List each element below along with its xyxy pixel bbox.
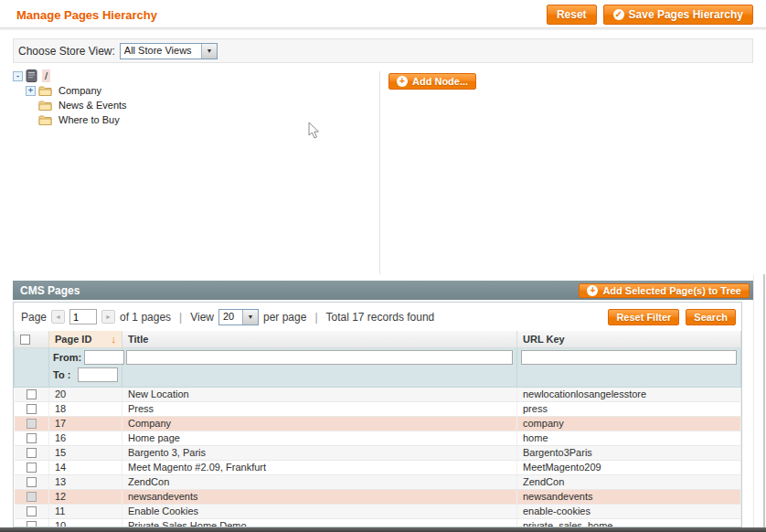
cell-url-key: enable-cookies xyxy=(517,504,741,518)
tree-node[interactable]: +Company xyxy=(26,83,378,98)
cell-page-id: 17 xyxy=(49,416,122,431)
row-checkbox[interactable] xyxy=(27,463,37,473)
row-checkbox[interactable] xyxy=(27,492,37,502)
page-size-select[interactable]: 20 ▼ xyxy=(218,309,259,325)
table-row[interactable]: 13ZendConZendCon xyxy=(15,474,741,489)
filter-buttons: Reset Filter Search xyxy=(608,309,736,325)
row-checkbox[interactable] xyxy=(27,389,37,399)
cms-pages-table: Page ID ↓ Title URL Key From: To : xyxy=(14,331,741,527)
row-checkbox-cell xyxy=(15,518,49,527)
select-all-header xyxy=(15,331,49,347)
table-row[interactable]: 18Presspress xyxy=(15,401,741,416)
table-row[interactable]: 16Home pagehome xyxy=(15,431,741,445)
reset-filter-button[interactable]: Reset Filter xyxy=(608,309,679,325)
add-node-button[interactable]: + Add Node... xyxy=(388,73,476,90)
cell-title: Home page xyxy=(122,431,517,445)
grid-rows: 20New Locationnewlocationlosangelesstore… xyxy=(15,387,741,527)
column-header-page-id[interactable]: Page ID ↓ xyxy=(49,331,122,347)
per-page-label: per page xyxy=(263,311,306,324)
next-page-icon[interactable]: ► xyxy=(101,310,115,324)
root-page-icon xyxy=(26,69,38,82)
cell-title: Press xyxy=(122,401,517,416)
reset-button[interactable]: Reset xyxy=(547,5,597,25)
row-checkbox-cell xyxy=(15,431,49,445)
tree-node-label[interactable]: Where to Buy xyxy=(56,113,122,126)
row-checkbox-cell xyxy=(15,387,49,401)
sort-descending-icon: ↓ xyxy=(112,334,117,345)
total-records-label: Total 17 records found xyxy=(326,311,435,324)
cell-page-id: 14 xyxy=(49,460,122,474)
collapse-toggle-icon[interactable]: - xyxy=(13,71,23,81)
table-row[interactable]: 17Companycompany xyxy=(15,416,741,431)
table-row[interactable]: 14Meet Magento #2.09, FrankfurtMeetMagen… xyxy=(15,460,741,474)
filter-cell-checkbox xyxy=(15,347,49,387)
cell-page-id: 13 xyxy=(49,474,122,489)
chevron-down-icon[interactable]: ▼ xyxy=(201,44,217,59)
tree-node-label[interactable]: News & Events xyxy=(56,99,130,112)
row-checkbox-cell xyxy=(15,474,49,489)
content-right-edge xyxy=(753,274,754,528)
to-label: To : xyxy=(53,369,75,380)
row-checkbox[interactable] xyxy=(27,506,37,516)
section-title: CMS Pages xyxy=(20,284,80,297)
page-id-to-input[interactable] xyxy=(78,367,118,382)
store-view-label: Choose Store View: xyxy=(18,45,115,58)
page-title: Manage Pages Hierarchy xyxy=(16,8,157,22)
search-button[interactable]: Search xyxy=(686,309,736,325)
folder-icon xyxy=(38,85,52,97)
column-header-title[interactable]: Title xyxy=(122,331,517,347)
row-checkbox[interactable] xyxy=(27,433,37,443)
cell-title: Bargento 3, Paris xyxy=(122,445,517,460)
filter-row: From: To : xyxy=(15,347,741,387)
tree-node[interactable]: Where to Buy xyxy=(26,112,378,127)
row-checkbox-cell xyxy=(15,416,49,431)
row-checkbox[interactable] xyxy=(27,404,37,414)
tree-children: +CompanyNews & EventsWhere to Buy xyxy=(26,83,378,127)
save-pages-hierarchy-button[interactable]: ✓ Save Pages Hierarchy xyxy=(603,5,753,25)
select-all-checkbox[interactable] xyxy=(20,335,30,345)
cell-url-key: newlocationlosangelesstore xyxy=(517,387,741,401)
row-checkbox[interactable] xyxy=(27,419,37,429)
grid-pager: Page ◄ ► of 1 pages | View 20 ▼ per page… xyxy=(14,303,741,331)
separator: | xyxy=(176,311,186,324)
row-checkbox[interactable] xyxy=(27,521,37,527)
page-label: Page xyxy=(21,311,47,324)
from-label: From: xyxy=(53,352,81,363)
title-filter-input[interactable] xyxy=(126,350,513,365)
table-row[interactable]: 11Enable Cookiesenable-cookies xyxy=(15,504,741,518)
cell-page-id: 20 xyxy=(49,387,122,401)
add-selected-pages-button[interactable]: + Add Selected Page(s) to Tree xyxy=(579,283,750,298)
manage-pages-hierarchy-screen: Manage Pages Hierarchy Reset ✓ Save Page… xyxy=(0,0,766,532)
row-checkbox[interactable] xyxy=(27,448,37,458)
row-checkbox[interactable] xyxy=(27,477,37,487)
table-row[interactable]: 12newsandeventsnewsandevents xyxy=(15,489,741,504)
cell-url-key: MeetMagento209 xyxy=(517,460,741,474)
tree-root-node[interactable]: - / xyxy=(13,69,378,83)
chevron-down-icon[interactable]: ▼ xyxy=(242,310,258,325)
cell-url-key: private_sales_home xyxy=(517,518,741,527)
cell-url-key: home xyxy=(517,431,741,445)
cell-url-key: ZendCon xyxy=(517,474,741,489)
plus-circle-icon: + xyxy=(587,285,598,296)
header-divider xyxy=(0,27,766,30)
table-row[interactable]: 10Private Sales Home Demoprivate_sales_h… xyxy=(15,518,741,527)
filter-cell-page-id: From: To : xyxy=(49,347,122,387)
page-id-from-input[interactable] xyxy=(84,350,124,365)
url-key-filter-input[interactable] xyxy=(521,350,737,365)
page-number-input[interactable] xyxy=(69,309,97,325)
folder-icon xyxy=(38,114,52,126)
cell-page-id: 16 xyxy=(49,431,122,445)
table-row[interactable]: 15Bargento 3, ParisBargento3Paris xyxy=(15,445,741,460)
folder-icon xyxy=(38,100,52,112)
previous-page-icon[interactable]: ◄ xyxy=(51,310,65,324)
column-header-url-key[interactable]: URL Key xyxy=(517,331,741,347)
store-view-select[interactable]: All Store Views ▼ xyxy=(120,43,218,59)
cell-url-key: newsandevents xyxy=(517,489,741,504)
tree-node[interactable]: News & Events xyxy=(26,98,378,112)
cell-url-key: Bargento3Paris xyxy=(517,445,741,460)
tree-node-label[interactable]: / xyxy=(42,69,50,82)
table-row[interactable]: 20New Locationnewlocationlosangelesstore xyxy=(15,387,741,401)
tree-node-label[interactable]: Company xyxy=(56,84,104,97)
expand-toggle-icon[interactable]: + xyxy=(26,86,36,96)
cell-page-id: 12 xyxy=(49,489,122,504)
